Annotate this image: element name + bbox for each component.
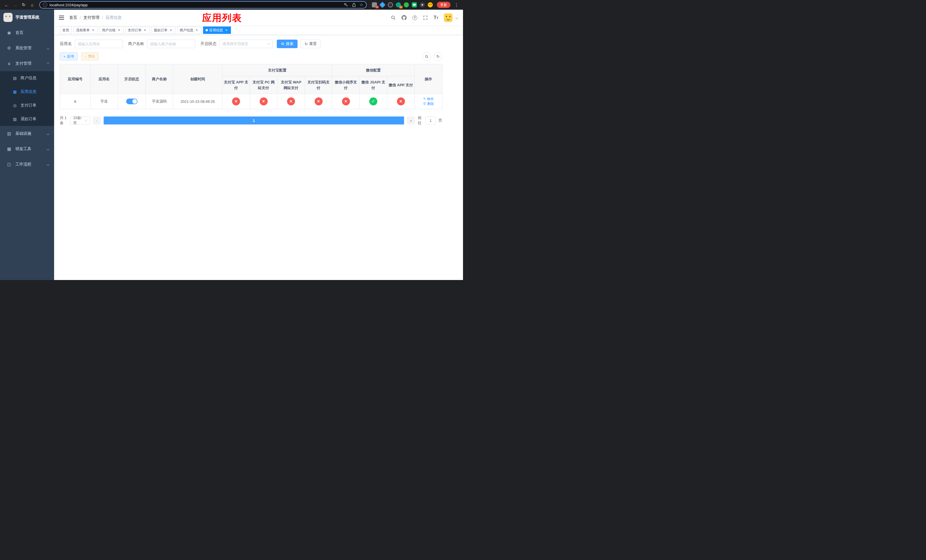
tab-home[interactable]: 首页 — [60, 26, 72, 34]
next-page-button[interactable]: › — [407, 117, 415, 124]
extension-icon-1[interactable]: 10 — [372, 2, 377, 8]
edit-button[interactable]: ✎ 修改 — [423, 97, 434, 101]
column-group-wechat: 微信配置 — [332, 64, 415, 76]
edit-button-label: 修改 — [427, 97, 434, 101]
sidebar-item-system[interactable]: ⚙ 系统管理 — [0, 41, 54, 56]
table-row: 6 芋道 芋道源码 2021-10-23 08:49:25 × × × × × — [60, 94, 442, 109]
back-icon[interactable]: ← — [3, 1, 10, 9]
search-button[interactable]: 搜索 — [277, 39, 298, 48]
add-button-label: 新增 — [67, 54, 74, 59]
tab-close-icon[interactable]: × — [169, 28, 173, 32]
sidebar-item-payment[interactable]: ¥ 支付管理 — [0, 56, 54, 71]
config-status-icon: × — [260, 97, 268, 105]
app-name-input[interactable] — [75, 39, 123, 48]
refresh-icon: ↻ — [305, 42, 308, 46]
extension-icon-6[interactable] — [412, 2, 417, 8]
search-icon — [281, 42, 284, 45]
sidebar-item-app-info[interactable]: ▦ 应用信息 — [0, 85, 54, 98]
reset-button-label: 重置 — [309, 41, 317, 47]
tab-refund-order[interactable]: 退款订单 × — [151, 26, 176, 34]
merchant-name-input[interactable] — [147, 39, 195, 48]
github-icon[interactable] — [401, 15, 407, 20]
page-jump-input[interactable] — [425, 117, 436, 124]
search-icon[interactable] — [391, 15, 396, 20]
forward-icon[interactable]: → — [11, 1, 19, 9]
config-status-icon: × — [342, 97, 350, 105]
page-size-value: 10条/页 — [73, 116, 83, 125]
trash-icon — [423, 102, 426, 105]
reload-icon[interactable]: ↻ — [20, 1, 27, 9]
plus-icon: + — [64, 55, 66, 58]
breadcrumb-home[interactable]: 首页 — [69, 15, 77, 20]
show-search-button[interactable] — [422, 52, 431, 61]
sidebar-item-dev-tools[interactable]: ▩ 研发工具 — [0, 141, 54, 157]
add-button[interactable]: + 新增 — [60, 52, 78, 61]
extension-icon-5[interactable] — [404, 2, 409, 8]
chevron-down-icon[interactable] — [455, 16, 458, 19]
cell-app-id: 6 — [60, 94, 91, 109]
column-header: 微信 JSAPI 支付 — [360, 76, 387, 94]
fullscreen-icon[interactable] — [423, 15, 428, 20]
tab-process-form[interactable]: 流程表单 × — [73, 26, 98, 34]
extension-icon-4[interactable]: 1 — [396, 2, 401, 8]
extension-icon-2[interactable] — [379, 2, 386, 8]
home-icon[interactable]: ⌂ — [29, 1, 36, 9]
user-avatar[interactable] — [444, 14, 452, 22]
export-button[interactable]: ↓ 导出 — [81, 52, 99, 61]
sidebar-item-label: 退款订单 — [21, 117, 36, 122]
status-toggle[interactable] — [126, 98, 138, 104]
column-header: 支付宝 APP 支付 — [222, 76, 250, 94]
tab-close-icon[interactable]: × — [117, 28, 121, 32]
key-icon[interactable] — [344, 3, 348, 7]
column-header: 操作 — [415, 64, 442, 94]
status-select[interactable]: 请选择开启状态 — [219, 39, 273, 48]
share-icon[interactable] — [352, 3, 356, 7]
breadcrumb-current: 应用信息 — [106, 15, 122, 20]
tab-label: 退款订单 — [154, 28, 168, 33]
sidebar-item-pay-order[interactable]: ◎ 支付订单 — [0, 98, 54, 112]
tab-app-info[interactable]: 应用信息 × — [203, 26, 231, 34]
help-icon[interactable]: ? — [412, 15, 417, 20]
tab-close-icon[interactable]: × — [143, 28, 147, 32]
address-bar[interactable]: i localhost:1024/pay/app ☆ — [39, 1, 367, 9]
config-status-icon: × — [397, 97, 405, 105]
gear-icon: ⚙ — [6, 45, 12, 51]
reset-button[interactable]: ↻ 重置 — [300, 39, 321, 48]
more-menu-icon[interactable]: ⋮ — [453, 1, 460, 9]
refresh-table-button[interactable]: ↻ — [434, 52, 442, 61]
tab-close-icon[interactable]: × — [195, 28, 199, 32]
prev-page-button[interactable]: ‹ — [93, 117, 101, 124]
bookmark-icon[interactable]: ☆ — [360, 2, 363, 8]
breadcrumb-payment[interactable]: 支付管理 — [83, 15, 99, 20]
update-button[interactable]: 更新 — [437, 2, 451, 8]
sidebar-item-infrastructure[interactable]: ▥ 基础设施 — [0, 126, 54, 141]
sidebar-item-home[interactable]: ◉ 首页 — [0, 25, 54, 41]
sidebar: 芋道管理系统 ◉ 首页 ⚙ 系统管理 ¥ 支付管理 — [0, 10, 54, 280]
page-size-select[interactable]: 10条/页 — [70, 117, 90, 124]
delete-button-label: 删除 — [427, 101, 434, 106]
extension-icon-3[interactable] — [388, 2, 393, 8]
url-text: localhost:1024/pay/app — [50, 3, 344, 7]
page-1-button[interactable]: 1 — [104, 117, 404, 124]
extension-icon-7[interactable] — [420, 2, 425, 8]
app-logo[interactable]: 芋道管理系统 — [0, 10, 54, 25]
tab-label: 应用信息 — [209, 28, 223, 33]
sidebar-toggle-icon[interactable] — [58, 15, 65, 21]
tab-merchant-info[interactable]: 商户信息 × — [177, 26, 201, 34]
tab-user-group[interactable]: 用户分组 × — [99, 26, 124, 34]
toggle-knob — [132, 99, 137, 104]
tab-pay-order[interactable]: 支付订单 × — [125, 26, 150, 34]
delete-button[interactable]: 删除 — [423, 101, 434, 106]
sidebar-item-workflow[interactable]: ◫ 工作流程 — [0, 157, 54, 172]
sidebar-item-label: 首页 — [15, 30, 23, 35]
info-icon[interactable]: i — [43, 3, 47, 7]
merchant-name-label: 商户名称 — [128, 41, 144, 47]
chevron-down-icon — [47, 47, 50, 50]
sidebar-item-refund-order[interactable]: ▧ 退款订单 — [0, 112, 54, 126]
breadcrumb-separator: / — [102, 15, 103, 20]
tab-close-icon[interactable]: × — [224, 28, 228, 32]
tab-close-icon[interactable]: × — [91, 28, 95, 32]
sidebar-item-merchant-info[interactable]: ▤ 商户信息 — [0, 71, 54, 85]
extension-icon-8[interactable] — [428, 2, 433, 8]
font-size-icon[interactable]: TT — [434, 15, 438, 20]
